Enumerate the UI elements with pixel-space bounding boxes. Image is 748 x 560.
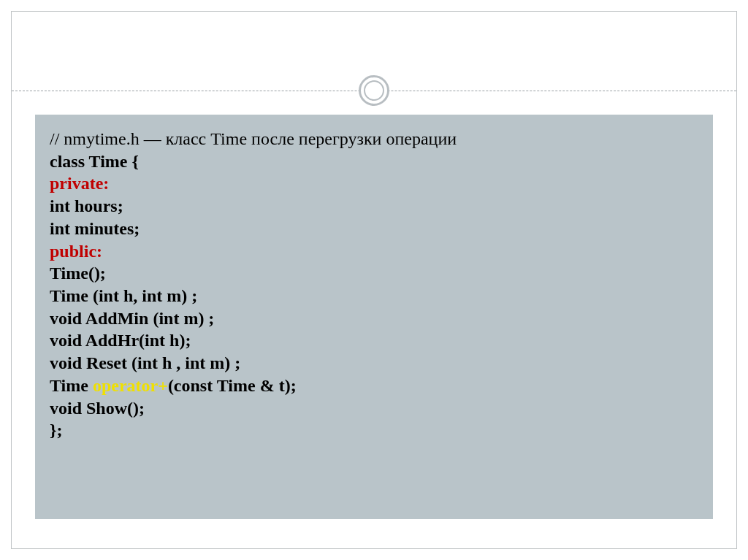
code-line-class: class Time { xyxy=(50,150,698,173)
code-line-show: void Show(); xyxy=(50,397,698,420)
code-line-minutes: int minutes; xyxy=(50,218,698,240)
code-text-params: (const Time & t); xyxy=(168,376,297,395)
code-line-hours: int hours; xyxy=(50,195,698,218)
code-line-private: private: xyxy=(50,172,698,195)
code-line-end: }; xyxy=(50,419,698,442)
code-line-ctor: Time(); xyxy=(50,262,698,285)
decorative-circle-inner xyxy=(364,80,384,101)
code-line-addmin: void AddMin (int m) ; xyxy=(50,307,698,330)
code-content-box: // nmytime.h — класс Time после перегруз… xyxy=(35,115,713,519)
slide-container: // nmytime.h — класс Time после перегруз… xyxy=(11,11,737,549)
code-text-time: Time xyxy=(50,376,93,395)
code-line-operator: Time operator+(const Time & t); xyxy=(50,375,698,397)
code-text-operator: operator+ xyxy=(93,376,168,395)
decorative-circle-outer xyxy=(359,75,389,106)
code-line-comment: // nmytime.h — класс Time после перегруз… xyxy=(50,128,698,150)
code-line-reset: void Reset (int h , int m) ; xyxy=(50,352,698,375)
code-line-addhr: void AddHr(int h); xyxy=(50,329,698,352)
code-line-ctor2: Time (int h, int m) ; xyxy=(50,285,698,307)
code-line-public: public: xyxy=(50,240,698,263)
